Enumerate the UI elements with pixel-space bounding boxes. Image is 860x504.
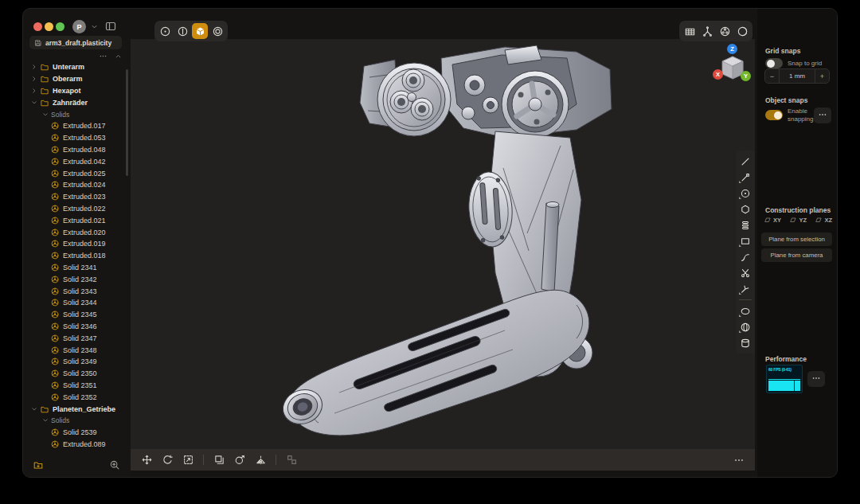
chevron-down-icon[interactable]: [29, 405, 39, 413]
boolean-tool[interactable]: [232, 452, 248, 468]
tree-item[interactable]: Solid 2345: [23, 309, 127, 321]
view-cube[interactable]: ZXY: [714, 44, 751, 90]
tree-item[interactable]: Extruded.042: [23, 155, 127, 167]
tree-item[interactable]: Solid 2344: [23, 297, 127, 309]
chevron-right-icon[interactable]: [29, 87, 39, 95]
move-tool[interactable]: [139, 452, 154, 468]
cylinder-tool[interactable]: [737, 335, 753, 350]
plane-from-camera-button[interactable]: Plane from camera: [761, 248, 832, 262]
duplicate-tool[interactable]: [211, 452, 227, 468]
plane-from-selection-button[interactable]: Plane from selection: [761, 232, 832, 246]
plane-yz-button[interactable]: YZ: [789, 216, 807, 224]
avatar[interactable]: P: [72, 20, 86, 33]
tree-item[interactable]: Solid 2348: [23, 344, 127, 356]
viewport-canvas[interactable]: [131, 39, 755, 449]
mirror-tool[interactable]: [252, 452, 268, 468]
tree-item[interactable]: Extruded.021: [23, 214, 127, 226]
viewcube-axis-y[interactable]: Y: [741, 71, 751, 81]
tree-item[interactable]: Extruded.089: [23, 439, 127, 451]
grid-size-decrement-button[interactable]: −: [765, 69, 779, 83]
tree-item[interactable]: Solid 2343: [23, 285, 127, 297]
tree-item[interactable]: Extruded.017: [23, 120, 127, 132]
select-point-button[interactable]: [157, 23, 173, 39]
tree-item[interactable]: Solid 2347: [23, 332, 127, 344]
viewcube-axis-z[interactable]: Z: [727, 44, 737, 54]
chevron-down-icon[interactable]: [90, 22, 99, 31]
tree-item[interactable]: Solid 2352: [23, 391, 127, 403]
tree-item[interactable]: Solid 2351: [23, 380, 127, 392]
select-face-button[interactable]: [209, 23, 225, 39]
grid-toggle-button[interactable]: [682, 23, 698, 39]
select-body-button[interactable]: [192, 23, 208, 39]
new-folder-icon[interactable]: [33, 459, 44, 471]
tree-item[interactable]: Solid 2341: [23, 262, 127, 274]
curve-tool[interactable]: [737, 170, 753, 185]
environment-button[interactable]: [734, 23, 750, 39]
scale-tool[interactable]: [180, 452, 196, 468]
close-window-button[interactable]: [33, 22, 42, 31]
select-edge-button[interactable]: [174, 23, 190, 39]
center-circle-tool[interactable]: [737, 186, 753, 201]
tree-item[interactable]: Unterarm: [23, 61, 127, 73]
minimize-window-button[interactable]: [45, 22, 53, 31]
plane-xy-button[interactable]: XY: [764, 216, 781, 224]
tree-item[interactable]: Zahnräder: [23, 96, 127, 108]
sidebar-scrollbar[interactable]: [126, 69, 128, 176]
tree-item[interactable]: Extruded.022: [23, 203, 127, 215]
chevron-right-icon[interactable]: [29, 75, 39, 83]
solid-icon: [50, 228, 60, 237]
object-snaps-more-button[interactable]: [814, 107, 831, 123]
rotate-tool[interactable]: [159, 452, 175, 468]
tree-item[interactable]: Hexapot: [23, 85, 127, 97]
line-tool[interactable]: [737, 154, 753, 169]
chevron-down-icon[interactable]: [41, 111, 50, 119]
tree-item[interactable]: Planeten_Getriebe: [23, 403, 127, 415]
tree-item[interactable]: Solid 2346: [23, 321, 127, 333]
spline-tool[interactable]: [737, 249, 753, 264]
chevron-down-icon[interactable]: [29, 99, 39, 107]
tree-item[interactable]: Oberarm: [23, 73, 127, 85]
ellipse-tool[interactable]: [737, 303, 753, 318]
performance-more-button[interactable]: [807, 371, 825, 387]
collapse-icon[interactable]: [114, 52, 123, 61]
chevron-down-icon[interactable]: [41, 416, 50, 424]
sphere-tool[interactable]: [737, 319, 753, 334]
rectangle-tool[interactable]: [737, 233, 753, 248]
tree-item[interactable]: Extruded.025: [23, 167, 127, 179]
trim-tool[interactable]: [737, 265, 753, 280]
model-3d-robot-arm[interactable]: [131, 39, 755, 449]
tree-item[interactable]: Solid 2342: [23, 273, 127, 285]
more-icon[interactable]: [99, 52, 108, 61]
tree-item[interactable]: Solid 2350: [23, 368, 127, 380]
viewport-more-button[interactable]: [731, 452, 747, 468]
tree-item[interactable]: Extruded.048: [23, 144, 127, 156]
render-mode-button[interactable]: [717, 23, 733, 39]
tree-item[interactable]: Extruded.018: [23, 250, 127, 262]
solid-icon: [50, 381, 60, 390]
snap-to-grid-toggle[interactable]: [765, 58, 783, 68]
tree-item[interactable]: Solids: [23, 415, 127, 427]
loft-tool[interactable]: [737, 217, 753, 232]
tree-item[interactable]: Solid 2349: [23, 356, 127, 368]
zoom-window-button[interactable]: [56, 22, 64, 31]
gizmo-axes-button[interactable]: [699, 23, 715, 39]
grid-size-value[interactable]: 1 mm: [779, 69, 815, 83]
grid-size-increment-button[interactable]: +: [815, 69, 829, 83]
polygon-tool[interactable]: [737, 201, 753, 217]
chevron-right-icon[interactable]: [29, 63, 39, 71]
plane-xz-button[interactable]: XZ: [815, 216, 832, 224]
array-tool[interactable]: [283, 452, 299, 468]
enable-snapping-toggle[interactable]: [765, 110, 783, 120]
search-icon[interactable]: [109, 459, 120, 471]
viewcube-axis-x[interactable]: X: [713, 69, 723, 80]
tree-item[interactable]: Solids: [23, 108, 127, 120]
tree-item[interactable]: Solid 2539: [23, 427, 127, 439]
tree-item[interactable]: Extruded.024: [23, 179, 127, 191]
tree-item[interactable]: Extruded.053: [23, 132, 127, 144]
tree-item[interactable]: Extruded.020: [23, 226, 127, 238]
tree-item[interactable]: Extruded.019: [23, 238, 127, 250]
extend-tool[interactable]: [737, 281, 753, 296]
tree-item[interactable]: Extruded.023: [23, 191, 127, 203]
toggle-sidebar-icon[interactable]: [104, 20, 117, 33]
file-chip[interactable]: arm3_draft.plasticity: [29, 36, 122, 49]
